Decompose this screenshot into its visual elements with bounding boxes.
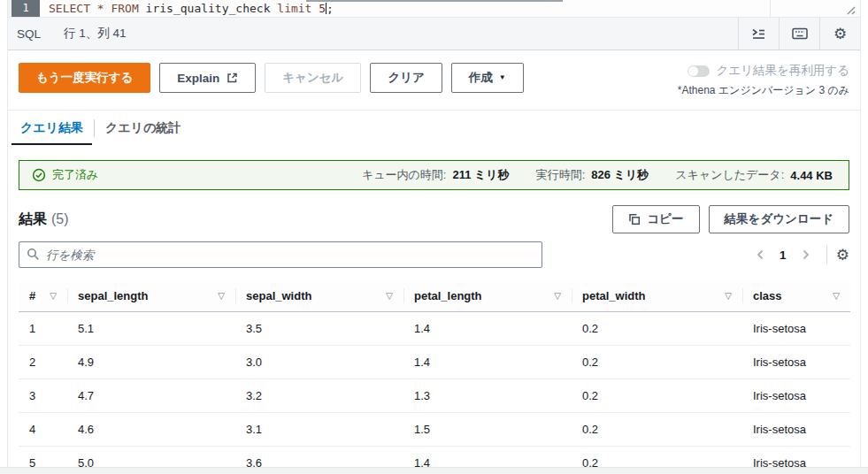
queue-time-metric: キュー内の時間: 211 ミリ秒	[362, 167, 510, 183]
previous-page-button[interactable]	[749, 243, 772, 266]
query-status-label: 完了済み	[52, 167, 98, 183]
keyboard-icon	[792, 27, 808, 40]
column-header-index[interactable]: #▽	[19, 281, 67, 312]
editor-settings-button[interactable]: ⚙	[819, 18, 860, 50]
external-link-icon	[226, 72, 238, 84]
table-cell: 4.6	[67, 413, 235, 447]
gear-icon: ⚙	[833, 27, 847, 42]
table-cell: 3.2	[235, 379, 403, 413]
keyboard-shortcuts-button[interactable]	[779, 18, 819, 50]
table-cell: 4.7	[67, 379, 235, 413]
table-cell: 3.5	[235, 312, 403, 346]
column-header-class[interactable]: class▽	[742, 281, 850, 312]
column-header-petal-length[interactable]: petal_length▽	[403, 281, 572, 312]
explain-button[interactable]: Explain	[159, 63, 256, 93]
results-title: 結果	[19, 210, 47, 229]
results-count: (5)	[51, 211, 69, 227]
download-results-button[interactable]: 結果をダウンロード	[709, 205, 849, 233]
clear-button[interactable]: クリア	[370, 63, 442, 93]
sort-icon[interactable]: ▽	[827, 291, 840, 301]
editor-horizontal-scrollbar[interactable]	[306, 0, 563, 2]
reuse-results-note: *Athena エンジンバージョン 3 のみ	[678, 83, 849, 98]
editor-scroll-track-divider	[770, 0, 771, 17]
table-cell: Iris-setosa	[742, 413, 850, 447]
sql-editor[interactable]: 1 SELECT * FROM iris_quality_check limit…	[8, 0, 860, 18]
sort-icon[interactable]: ▽	[44, 291, 57, 301]
run-again-button[interactable]: もう一度実行する	[19, 63, 150, 93]
sql-token: 5	[319, 2, 326, 15]
column-header-sepal-width[interactable]: sepal_width▽	[235, 281, 403, 312]
check-circle-icon	[32, 168, 46, 182]
pagination: 1 ⚙	[749, 243, 849, 266]
row-search-input[interactable]	[19, 241, 542, 268]
chevron-left-icon	[755, 248, 765, 261]
format-icon	[751, 27, 766, 41]
create-button-label: 作成	[469, 70, 493, 86]
table-cell: 1	[19, 312, 67, 346]
sort-icon[interactable]: ▽	[212, 291, 225, 301]
table-cell: 2	[19, 346, 67, 379]
format-query-button[interactable]	[738, 18, 779, 50]
table-row: 44.63.11.50.2Iris-setosa	[19, 413, 850, 447]
table-preferences-gear-icon[interactable]: ⚙	[836, 248, 849, 263]
table-cell: 5.1	[67, 312, 235, 346]
editor-statusbar: SQL 行 1、列 41	[8, 18, 860, 50]
search-icon	[27, 248, 40, 261]
table-row: 15.13.51.40.2Iris-setosa	[19, 312, 850, 346]
table-row: 34.73.21.30.2Iris-setosa	[19, 379, 850, 413]
column-header-petal-width[interactable]: petal_width▽	[572, 281, 742, 312]
table-cell: 3.1	[235, 413, 403, 447]
editor-language-label: SQL	[17, 27, 41, 41]
data-scanned-metric: スキャンしたデータ: 4.44 KB	[675, 167, 833, 183]
sort-icon[interactable]: ▽	[380, 291, 393, 301]
table-cell: 1.3	[403, 379, 572, 413]
cursor-position-label: 行 1、列 41	[64, 26, 127, 42]
sql-token: SELECT	[49, 2, 90, 15]
results-header: 結果 (5) コピー 結果をダウンロード	[19, 205, 849, 233]
query-toolbar: もう一度実行する Explain キャンセル クリア 作成 ▼ クエリ結果を再利…	[8, 50, 860, 111]
results-table-wrap: #▽ sepal_length▽ sepal_width▽ petal_leng…	[19, 281, 849, 474]
sql-token: *	[97, 2, 104, 15]
table-cell: Iris-setosa	[742, 346, 850, 379]
reuse-results-toggle[interactable]	[687, 65, 710, 77]
table-cell: 0.2	[572, 379, 742, 413]
create-dropdown-button[interactable]: 作成 ▼	[451, 63, 524, 93]
run-time-metric: 実行時間: 826 ミリ秒	[536, 167, 649, 183]
table-cell: 4.9	[67, 346, 235, 379]
table-cell: 1.5	[403, 413, 572, 447]
sql-token: iris_quality_check	[139, 2, 278, 15]
table-cell: Iris-setosa	[742, 312, 850, 346]
table-cell: 3.0	[235, 346, 403, 379]
copy-button-label: コピー	[647, 211, 683, 227]
table-cell: Iris-setosa	[742, 379, 850, 413]
column-header-sepal-length[interactable]: sepal_length▽	[67, 281, 235, 312]
table-cell: 1.4	[403, 312, 572, 346]
page-bottom-strip	[0, 467, 868, 474]
search-box	[19, 241, 542, 268]
sql-token: limit	[277, 2, 311, 15]
chevron-right-icon	[801, 248, 811, 261]
editor-line-number: 1	[12, 0, 40, 17]
results-tabs: クエリ結果 クエリの統計	[8, 111, 860, 146]
table-cell: 0.2	[572, 312, 742, 346]
explain-button-label: Explain	[177, 72, 219, 85]
tab-query-results[interactable]: クエリ結果	[12, 111, 92, 146]
table-cell: 4	[19, 413, 67, 447]
reuse-results-label: クエリ結果を再利用する	[717, 63, 849, 79]
sort-icon[interactable]: ▽	[719, 291, 732, 301]
table-cell: 0.2	[572, 346, 742, 379]
results-table-body: 15.13.51.40.2Iris-setosa24.93.01.40.2Iri…	[19, 312, 850, 474]
table-cell: 0.2	[572, 413, 742, 447]
sql-token: ;	[326, 2, 334, 15]
editor-resize-handle[interactable]	[843, 4, 856, 15]
sql-code-line[interactable]: SELECT * FROM iris_quality_check limit 5…	[40, 0, 860, 17]
cancel-button[interactable]: キャンセル	[265, 63, 361, 93]
copy-button[interactable]: コピー	[612, 205, 699, 233]
sql-token: FROM	[111, 2, 138, 15]
sort-icon[interactable]: ▽	[549, 291, 561, 301]
page-number[interactable]: 1	[773, 248, 793, 262]
tab-query-stats[interactable]: クエリの統計	[96, 111, 189, 146]
athena-query-panel: 1 SELECT * FROM iris_quality_check limit…	[7, 0, 861, 467]
results-controls: 1 ⚙	[19, 241, 849, 268]
next-page-button[interactable]	[795, 243, 818, 266]
